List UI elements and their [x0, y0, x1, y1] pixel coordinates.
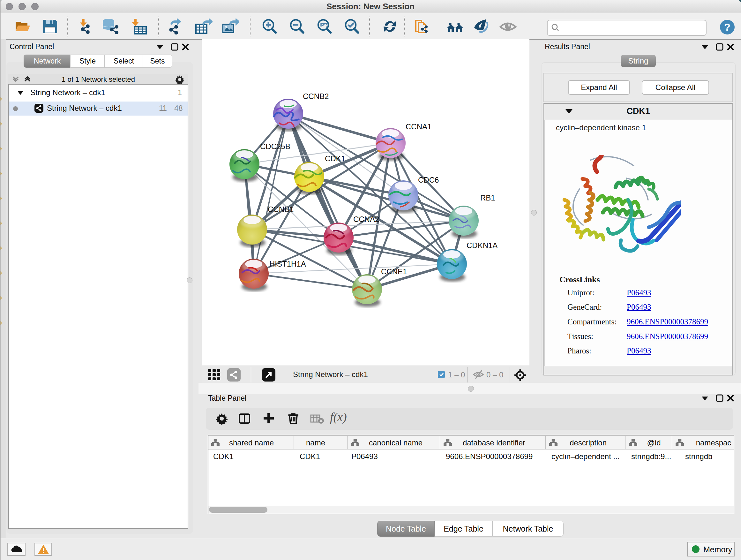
svg-text:CCNA1: CCNA1	[406, 122, 431, 131]
svg-text:CDKN1A: CDKN1A	[467, 241, 497, 250]
svg-text:CDC25B: CDC25B	[260, 142, 290, 151]
svg-text:CDK1: CDK1	[325, 154, 345, 163]
svg-text:CCNE1: CCNE1	[381, 267, 407, 276]
svg-text:CCNB2: CCNB2	[303, 92, 329, 101]
svg-text:HIST1H1A: HIST1H1A	[269, 260, 306, 268]
svg-text:RB1: RB1	[480, 193, 495, 202]
svg-text:CCNA2: CCNA2	[353, 215, 379, 224]
svg-text:CCNB1: CCNB1	[268, 205, 293, 213]
svg-text:CDC6: CDC6	[418, 176, 439, 184]
